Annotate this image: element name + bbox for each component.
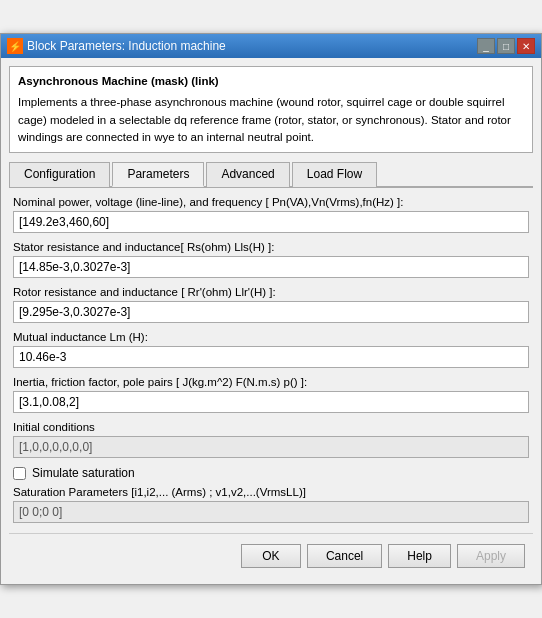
saturation-label: Saturation Parameters [i1,i2,... (Arms) … [13,486,529,498]
param-label-0: Nominal power, voltage (line-line), and … [13,196,529,208]
titlebar-controls: _ □ ✕ [477,38,535,54]
footer: OK Cancel Help Apply [9,533,533,576]
block-parameters-window: ⚡ Block Parameters: Induction machine _ … [0,33,542,585]
main-content: Asynchronous Machine (mask) (link) Imple… [1,58,541,584]
param-label-5: Initial conditions [13,421,529,433]
maximize-button[interactable]: □ [497,38,515,54]
param-input-4[interactable] [13,391,529,413]
ok-button[interactable]: OK [241,544,301,568]
tab-configuration[interactable]: Configuration [9,162,110,187]
param-label-4: Inertia, friction factor, pole pairs [ J… [13,376,529,388]
titlebar-left: ⚡ Block Parameters: Induction machine [7,38,226,54]
param-input-5[interactable] [13,436,529,458]
window-icon: ⚡ [7,38,23,54]
param-label-1: Stator resistance and inductance[ Rs(ohm… [13,241,529,253]
help-button[interactable]: Help [388,544,451,568]
cancel-button[interactable]: Cancel [307,544,382,568]
simulate-saturation-row: Simulate saturation [13,466,529,480]
saturation-input[interactable] [13,501,529,523]
description-body: Implements a three-phase asynchronous ma… [18,94,524,146]
close-button[interactable]: ✕ [517,38,535,54]
minimize-button[interactable]: _ [477,38,495,54]
tab-load-flow[interactable]: Load Flow [292,162,377,187]
param-input-0[interactable] [13,211,529,233]
param-input-3[interactable] [13,346,529,368]
param-input-2[interactable] [13,301,529,323]
tab-parameters[interactable]: Parameters [112,162,204,187]
param-input-1[interactable] [13,256,529,278]
parameters-section: Nominal power, voltage (line-line), and … [9,196,533,525]
param-label-3: Mutual inductance Lm (H): [13,331,529,343]
description-box: Asynchronous Machine (mask) (link) Imple… [9,66,533,153]
tab-advanced[interactable]: Advanced [206,162,289,187]
tab-bar: Configuration Parameters Advanced Load F… [9,161,533,188]
description-title: Asynchronous Machine (mask) (link) [18,73,524,90]
apply-button[interactable]: Apply [457,544,525,568]
simulate-saturation-checkbox[interactable] [13,467,26,480]
titlebar: ⚡ Block Parameters: Induction machine _ … [1,34,541,58]
param-label-2: Rotor resistance and inductance [ Rr'(oh… [13,286,529,298]
window-title: Block Parameters: Induction machine [27,39,226,53]
simulate-saturation-label: Simulate saturation [32,466,135,480]
